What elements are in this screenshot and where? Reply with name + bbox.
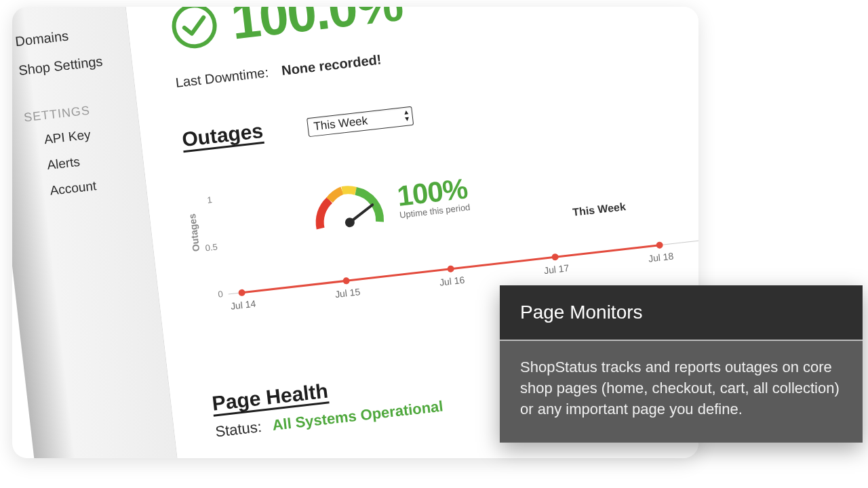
stepper-icon: ▲▼ <box>403 108 411 123</box>
svg-point-5 <box>551 253 559 261</box>
svg-point-2 <box>238 289 245 296</box>
xtick-3: Jul 17 <box>543 262 570 276</box>
svg-line-8 <box>348 205 374 222</box>
period-select-value: This Week <box>313 114 369 133</box>
xtick-1: Jul 15 <box>334 286 361 300</box>
last-downtime-value: None recorded! <box>281 52 382 78</box>
svg-point-6 <box>656 241 663 249</box>
gauge-icon <box>304 174 392 238</box>
check-circle-icon <box>167 7 222 54</box>
xtick-2: Jul 16 <box>439 274 465 288</box>
page-health-status-label: Status: <box>214 418 262 441</box>
callout-title: Page Monitors <box>500 285 863 340</box>
svg-point-4 <box>447 265 454 272</box>
chart-ylabel: Outages <box>186 214 201 252</box>
xtick-0: Jul 14 <box>230 298 256 312</box>
xtick-4: Jul 18 <box>648 250 674 264</box>
uptime-percent: 100.0% <box>228 7 405 52</box>
ytick-05: 0.5 <box>205 242 218 253</box>
ytick-1: 1 <box>207 195 213 205</box>
ytick-0: 0 <box>218 289 224 300</box>
callout-card: Page Monitors ShopStatus tracks and repo… <box>500 285 863 443</box>
callout-body: ShopStatus tracks and reports outages on… <box>500 341 863 443</box>
svg-point-3 <box>342 277 350 285</box>
outages-heading: Outages <box>181 119 264 151</box>
last-downtime-label: Last Downtime: <box>175 64 269 89</box>
period-select[interactable]: This Week ▲▼ <box>307 106 414 137</box>
